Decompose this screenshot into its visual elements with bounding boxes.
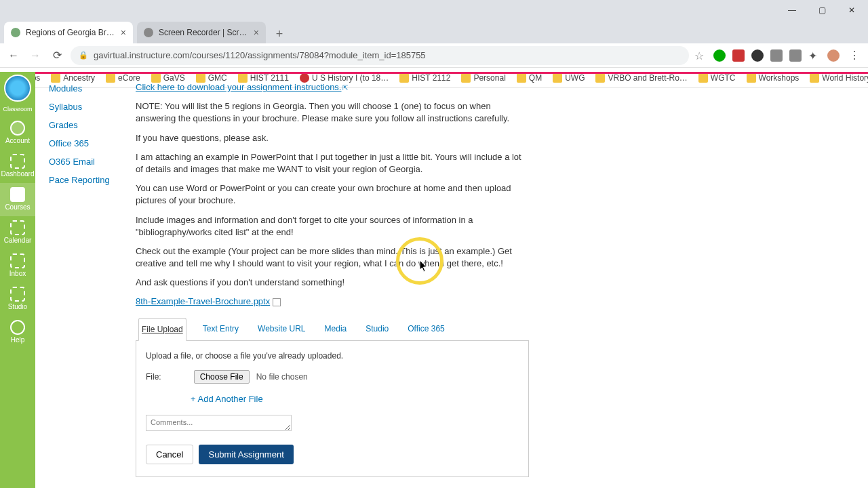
- tab-studio[interactable]: Studio: [363, 318, 391, 341]
- studio-icon: [10, 287, 25, 302]
- tab-website-url[interactable]: Website URL: [255, 318, 308, 341]
- help-icon: [10, 320, 25, 335]
- choose-file-button[interactable]: Choose File: [194, 370, 250, 384]
- extension-icon[interactable]: [713, 49, 726, 62]
- address-bar[interactable]: 🔒 gavirtual.instructure.com/courses/1120…: [71, 46, 689, 65]
- no-file-text: No file chosen: [256, 371, 308, 383]
- global-nav-account[interactable]: Account: [0, 117, 35, 150]
- download-instructions-link[interactable]: Click here to download your assignment i…: [136, 82, 341, 92]
- assignment-content: Click here to download your assignment i…: [136, 81, 529, 488]
- accent-bar: [35, 72, 868, 74]
- comments-textarea[interactable]: [146, 415, 292, 431]
- profile-avatar[interactable]: [827, 49, 840, 62]
- window-close[interactable]: ✕: [837, 0, 867, 20]
- assignment-text: You can use Word or PowerPoint or you ca…: [136, 182, 529, 207]
- global-nav-help[interactable]: Help: [0, 316, 35, 349]
- window-maximize[interactable]: ▢: [807, 0, 837, 20]
- assignment-text: Check out the example (Your project can …: [136, 245, 529, 270]
- assignment-text: And ask questions if you don't understan…: [136, 277, 529, 289]
- course-nav-office365[interactable]: Office 365: [49, 134, 134, 152]
- extension-icon[interactable]: [751, 49, 764, 62]
- course-nav-modules[interactable]: Modules: [49, 79, 134, 98]
- external-link-icon: ⇱: [342, 84, 348, 92]
- classroom-logo[interactable]: [4, 75, 31, 102]
- tab-office365[interactable]: Office 365: [405, 318, 447, 341]
- tab-close-icon[interactable]: ×: [254, 27, 259, 38]
- lock-icon: 🔒: [79, 51, 88, 60]
- nav-reload-button[interactable]: ⟳: [49, 47, 65, 64]
- window-titlebar: — ▢ ✕: [0, 0, 868, 20]
- global-nav-dashboard[interactable]: Dashboard: [0, 150, 35, 183]
- assignment-text: If you have questions, please ask.: [136, 132, 529, 144]
- nav-forward-button[interactable]: →: [27, 47, 43, 64]
- tab-title: Screen Recorder | Screencast-O: [159, 28, 248, 37]
- add-another-file-link[interactable]: Add Another File: [191, 393, 519, 405]
- tab-file-upload[interactable]: File Upload: [138, 318, 186, 342]
- course-nav-syllabus[interactable]: Syllabus: [49, 98, 134, 116]
- global-nav-courses[interactable]: Courses: [0, 183, 35, 216]
- global-nav-inbox[interactable]: Inbox: [0, 249, 35, 283]
- nav-back-button[interactable]: ←: [5, 47, 22, 64]
- assignment-text: Include images and information and don't…: [136, 214, 529, 239]
- browser-tabstrip: Regions of Georgia Brochure As × Screen …: [0, 20, 868, 43]
- course-nav-pace-reporting[interactable]: Pace Reporting: [49, 171, 134, 189]
- tab-title: Regions of Georgia Brochure As: [26, 28, 115, 37]
- window-minimize[interactable]: —: [777, 0, 807, 20]
- extension-icon[interactable]: [770, 49, 783, 62]
- tab-favicon: [144, 28, 153, 37]
- assignment-text: NOTE: You will list the 5 regions in Geo…: [136, 100, 529, 125]
- course-nav: Modules Syllabus Grades Office 365 O365 …: [35, 74, 134, 189]
- global-nav-calendar[interactable]: Calendar: [0, 216, 35, 249]
- extensions-menu-icon[interactable]: ✦: [808, 49, 821, 62]
- cancel-button[interactable]: Cancel: [146, 445, 193, 464]
- attachment-link[interactable]: 8th-Example-Travel-Brochure.pptx: [136, 296, 270, 306]
- submit-assignment-button[interactable]: Submit Assignment: [199, 445, 293, 464]
- browser-menu-icon[interactable]: ⋮: [846, 47, 863, 64]
- browser-tab-active[interactable]: Regions of Georgia Brochure As ×: [4, 22, 133, 43]
- inbox-icon: [10, 253, 25, 268]
- classroom-label: Classroom: [3, 106, 32, 113]
- browser-tab-inactive[interactable]: Screen Recorder | Screencast-O ×: [137, 22, 266, 43]
- upload-panel: Upload a file, or choose a file you've a…: [136, 341, 529, 476]
- course-nav-grades[interactable]: Grades: [49, 116, 134, 134]
- upload-instructions: Upload a file, or choose a file you've a…: [146, 350, 519, 362]
- tab-text-entry[interactable]: Text Entry: [200, 318, 241, 341]
- tab-media[interactable]: Media: [322, 318, 350, 341]
- bookmark-star-icon[interactable]: ☆: [694, 49, 707, 62]
- extension-icon[interactable]: [789, 49, 802, 62]
- extension-area: ☆ ✦ ⋮: [694, 47, 863, 64]
- download-icon[interactable]: [273, 298, 281, 306]
- extension-icon[interactable]: [732, 49, 745, 62]
- dashboard-icon: [10, 154, 25, 169]
- global-nav: Classroom Account Dashboard Courses Cale…: [0, 72, 35, 488]
- submission-tabs: File Upload Text Entry Website URL Media…: [136, 318, 529, 342]
- global-nav-studio[interactable]: Studio: [0, 283, 35, 316]
- assignment-text: I am attaching an example in PowerPoint …: [136, 151, 529, 176]
- book-icon: [10, 187, 25, 202]
- url-text: gavirtual.instructure.com/courses/1120/a…: [94, 50, 426, 60]
- browser-toolbar: ← → ⟳ 🔒 gavirtual.instructure.com/course…: [0, 43, 868, 68]
- user-icon: [10, 121, 25, 136]
- file-label: File:: [146, 371, 161, 383]
- new-tab-button[interactable]: +: [270, 24, 289, 43]
- tab-close-icon[interactable]: ×: [121, 27, 126, 38]
- tab-favicon: [11, 28, 20, 37]
- course-nav-o365email[interactable]: O365 Email: [49, 152, 134, 171]
- calendar-icon: [10, 220, 25, 235]
